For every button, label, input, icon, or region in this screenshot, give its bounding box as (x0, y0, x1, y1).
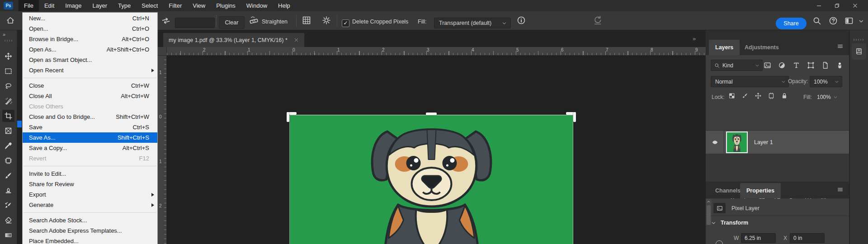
menu-plugins[interactable]: Plugins (211, 0, 241, 11)
opacity-value[interactable]: 100% (810, 76, 842, 87)
lock-transparent-icon[interactable] (728, 92, 736, 99)
menu-help[interactable]: Help (273, 0, 296, 11)
straighten-label[interactable]: Straighten (262, 17, 288, 26)
menu-window[interactable]: Window (241, 0, 273, 11)
crop-handle-top-left-v[interactable] (287, 112, 289, 122)
lock-position-icon[interactable] (755, 92, 762, 99)
toolbar-grip[interactable] (5, 40, 12, 42)
crop-overlay-grid-icon[interactable] (302, 16, 311, 25)
help-icon[interactable] (829, 16, 838, 25)
document-tab[interactable]: my image 1.pdf @ 33.3% (Layer 1, CMYK/16… (163, 33, 304, 47)
smart-object-filter-icon[interactable] (821, 61, 829, 69)
menu-item-export[interactable]: Export (23, 189, 157, 200)
eyedropper-tool[interactable] (2, 140, 14, 152)
visibility-cell[interactable] (706, 131, 724, 154)
delete-cropped-pixels-checkbox[interactable]: ✓ (342, 19, 349, 27)
menu-item-close[interactable]: CloseCtrl+W (23, 80, 157, 91)
fill-dropdown[interactable]: Transparent (default) (434, 18, 511, 28)
menu-item-save-as[interactable]: Save As...Shift+Ctrl+S (23, 132, 157, 143)
menu-layer[interactable]: Layer (87, 0, 113, 11)
shape-filter-icon[interactable] (807, 61, 815, 69)
menu-item-save-a-copy[interactable]: Save a Copy...Alt+Ctrl+S (23, 143, 157, 153)
lasso-tool[interactable] (2, 80, 14, 92)
tab-adjustments[interactable]: Adjustments (738, 40, 785, 55)
menu-item-share-for-review[interactable]: Share for Review (23, 179, 157, 189)
crop-handle-top-right-v[interactable] (573, 112, 576, 122)
close-button[interactable] (849, 2, 861, 10)
chevron-down-icon[interactable] (859, 19, 864, 24)
eye-icon[interactable] (711, 139, 719, 145)
info-icon[interactable] (517, 16, 526, 25)
share-button[interactable]: Share (776, 18, 807, 29)
adjustment-filter-icon[interactable] (778, 61, 786, 69)
document-image[interactable] (290, 115, 573, 244)
lock-artboard-icon[interactable] (768, 92, 775, 99)
libraries-panel-button[interactable] (852, 43, 866, 60)
menu-item-close-and-go-to-bridge[interactable]: Close and Go to Bridge...Shift+Ctrl+W (23, 112, 157, 122)
menu-item-open[interactable]: Open...Ctrl+O (23, 23, 157, 34)
filter-kind-dropdown[interactable]: Kind (711, 60, 763, 71)
history-brush-tool[interactable] (2, 199, 14, 211)
tab-properties[interactable]: Properties (740, 183, 781, 198)
swap-arrows-icon[interactable] (161, 16, 171, 25)
healing-brush-tool[interactable] (2, 155, 14, 167)
clone-stamp-tool[interactable] (2, 184, 14, 197)
width-field[interactable]: 6.25 in (741, 233, 776, 243)
crop-tool[interactable] (2, 110, 14, 122)
move-tool[interactable] (2, 50, 14, 62)
eraser-tool[interactable] (2, 214, 14, 226)
transform-section-header[interactable]: Transform (711, 220, 748, 226)
menu-item-save[interactable]: SaveCtrl+S (23, 122, 157, 132)
close-tab-icon[interactable] (294, 38, 299, 42)
panel-menu-icon[interactable] (837, 43, 844, 49)
restore-button[interactable] (831, 2, 843, 10)
filter-toggle-icon[interactable] (836, 61, 844, 69)
crop-ratio-input[interactable] (175, 18, 215, 28)
panel-menu-icon[interactable] (837, 187, 844, 192)
scrollbar-thumb[interactable] (707, 205, 711, 225)
menu-item-generate[interactable]: Generate (23, 200, 157, 210)
menu-type[interactable]: Type (113, 0, 136, 11)
menu-item-close-all[interactable]: Close AllAlt+Ctrl+W (23, 91, 157, 101)
menu-item-browse-in-bridge[interactable]: Browse in Bridge...Alt+Ctrl+O (23, 34, 157, 44)
brush-tool[interactable] (2, 169, 14, 182)
clear-button[interactable]: Clear (219, 16, 245, 29)
strip-grip[interactable] (854, 39, 864, 41)
image-filter-icon[interactable] (764, 61, 771, 69)
minimize-button[interactable] (813, 2, 825, 10)
workspace-icon[interactable] (844, 16, 854, 25)
menu-item-search-adobe-express-templates[interactable]: Search Adobe Express Templates... (23, 225, 157, 236)
x-field[interactable]: 0 in (790, 233, 825, 243)
link-dimensions-icon[interactable] (716, 240, 723, 244)
caret-up-icon[interactable] (706, 199, 711, 204)
tab-overflow-icon[interactable]: » (693, 35, 699, 42)
layer-row[interactable]: Layer 1 (706, 131, 849, 154)
blend-mode-dropdown[interactable]: Normal (711, 76, 789, 87)
menu-item-place-embedded[interactable]: Place Embedded... (23, 236, 157, 244)
layer-name[interactable]: Layer 1 (754, 139, 773, 145)
tab-layers[interactable]: Layers (709, 40, 740, 55)
layer-thumbnail[interactable] (726, 131, 748, 153)
menu-image[interactable]: Image (60, 0, 87, 11)
home-icon[interactable] (6, 16, 15, 25)
menu-item-invite-to-edit[interactable]: Invite to Edit... (23, 169, 157, 179)
menu-file[interactable]: File (19, 0, 39, 11)
menu-filter[interactable]: Filter (163, 0, 187, 11)
toolbar-collapse-icon[interactable]: » (3, 32, 9, 37)
reset-icon[interactable] (593, 15, 603, 25)
rectangular-marquee-tool[interactable] (2, 65, 14, 77)
menu-edit[interactable]: Edit (39, 0, 60, 11)
menu-item-search-adobe-stock[interactable]: Search Adobe Stock... (23, 215, 157, 225)
gradient-tool[interactable] (2, 229, 14, 241)
frame-tool[interactable] (2, 125, 14, 137)
straighten-icon[interactable] (249, 16, 259, 25)
menu-item-open-as[interactable]: Open As...Alt+Shift+Ctrl+O (23, 44, 157, 55)
lock-all-icon[interactable] (781, 92, 788, 99)
search-icon[interactable] (812, 16, 821, 25)
menu-select[interactable]: Select (136, 0, 163, 11)
crop-handle-top-middle[interactable] (426, 113, 437, 115)
menu-item-new[interactable]: New...Ctrl+N (23, 13, 157, 23)
menu-item-open-as-smart-object[interactable]: Open as Smart Object... (23, 55, 157, 65)
menu-item-open-recent[interactable]: Open Recent (23, 65, 157, 75)
object-selection-tool[interactable] (2, 95, 14, 107)
